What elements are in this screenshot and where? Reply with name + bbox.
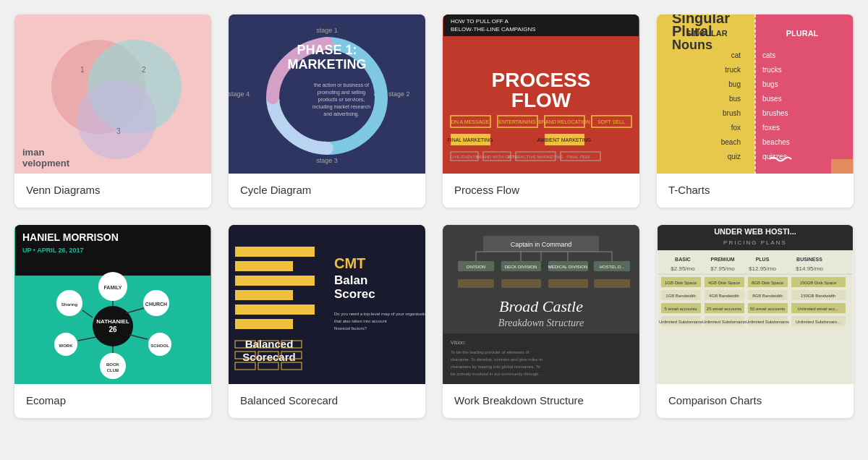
svg-text:bug: bug xyxy=(728,80,741,88)
card-t-charts[interactable]: SINGULAR PLURAL cat truck bug bus brush … xyxy=(657,14,854,208)
svg-rect-146 xyxy=(501,279,541,288)
svg-text:Broad Castle: Broad Castle xyxy=(499,297,583,315)
svg-text:Nouns: Nouns xyxy=(672,38,712,52)
svg-text:8GB Disk Space: 8GB Disk Space xyxy=(752,281,784,285)
svg-text:Scorec: Scorec xyxy=(334,287,375,301)
svg-text:Unlimited Subdomain...: Unlimited Subdomain... xyxy=(796,320,841,324)
svg-text:Scorecard: Scorecard xyxy=(242,351,295,363)
svg-rect-53 xyxy=(755,14,853,174)
svg-text:MARKETING: MARKETING xyxy=(288,57,367,72)
svg-text:1GB Disk Space: 1GB Disk Space xyxy=(665,281,697,285)
svg-text:WORK: WORK xyxy=(59,344,74,348)
thumbnail-process: HOW TO PULL OFF A BELOW-THE-LINE CAMPAIG… xyxy=(443,14,639,174)
svg-text:BRAND RELOCATION: BRAND RELOCATION xyxy=(538,119,590,124)
card-label-wbs: Work Breakdown Structure xyxy=(443,384,639,418)
svg-text:FAMILY: FAMILY xyxy=(103,285,122,290)
svg-text:BOOK: BOOK xyxy=(106,362,120,367)
svg-text:beach: beach xyxy=(721,138,741,146)
svg-text:PREMIUM: PREMIUM xyxy=(710,257,734,262)
svg-text:beaches: beaches xyxy=(762,138,790,146)
card-label-process: Process Flow xyxy=(443,174,639,208)
svg-text:products or services,: products or services, xyxy=(318,97,365,103)
svg-text:brushes: brushes xyxy=(762,109,788,117)
svg-text:SCHOOL: SCHOOL xyxy=(150,344,169,348)
svg-text:characters by tapping into glo: characters by tapping into global resour… xyxy=(451,365,541,369)
svg-text:BASIC: BASIC xyxy=(675,257,691,262)
svg-text:SOFT SELL: SOFT SELL xyxy=(597,119,625,124)
card-ecomap[interactable]: HANIEL MORRISON UP • APRIL 26, 2017 NATH… xyxy=(14,225,211,418)
svg-rect-148 xyxy=(594,279,630,288)
svg-text:PLUS: PLUS xyxy=(756,257,770,262)
card-label-comparison: Comparison Charts xyxy=(657,384,854,418)
svg-text:UNDER WEB HOSTI...: UNDER WEB HOSTI... xyxy=(714,227,796,236)
svg-text:PLURAL: PLURAL xyxy=(786,29,819,38)
svg-text:stage 4: stage 4 xyxy=(229,90,250,98)
svg-text:CMT: CMT xyxy=(334,255,365,271)
svg-text:Unlimited Subdomains: Unlimited Subdomains xyxy=(746,320,789,324)
svg-text:Unlimited email acc...: Unlimited email acc... xyxy=(797,307,838,311)
svg-text:bugs: bugs xyxy=(762,80,778,88)
svg-text:DECK DIVISION: DECK DIVISION xyxy=(505,265,537,269)
svg-text:Sharing: Sharing xyxy=(61,302,78,307)
svg-text:1GB Bandwidth: 1GB Bandwidth xyxy=(665,294,696,298)
card-process-flow[interactable]: HOW TO PULL OFF A BELOW-THE-LINE CAMPAIG… xyxy=(443,14,639,208)
svg-text:To be the leading provider of : To be the leading provider of elements o… xyxy=(451,350,529,354)
svg-text:NATHANIEL: NATHANIEL xyxy=(96,318,129,325)
svg-text:promoting and selling: promoting and selling xyxy=(318,90,366,95)
svg-text:PHASE 1:: PHASE 1: xyxy=(297,43,357,57)
svg-text:50 email accounts: 50 email accounts xyxy=(750,307,785,311)
svg-text:1: 1 xyxy=(80,66,85,74)
card-grid: 1 2 3 iman velopment Venn Diagrams xyxy=(14,14,854,418)
svg-text:character. To develop, connect: character. To develop, connect and give … xyxy=(451,357,543,362)
thumbnail-cycle: stage 1 stage 2 stage 3 stage 4 PHASE 1:… xyxy=(229,14,425,174)
card-balanced-scorecard[interactable]: CMT Balan Scorec Balanced Scorecard Do y… xyxy=(229,225,425,418)
svg-text:Do you need a top-level map of: Do you need a top-level map of your orga… xyxy=(334,312,425,316)
svg-rect-145 xyxy=(458,279,494,288)
svg-text:ON A MESSAGE: ON A MESSAGE xyxy=(451,119,490,124)
svg-text:LIVE EVENTS: LIVE EVENTS xyxy=(451,155,479,159)
svg-text:$14.95/mo: $14.95/mo xyxy=(796,265,823,272)
svg-text:truck: truck xyxy=(725,66,741,74)
svg-text:150GB Bandwidth: 150GB Bandwidth xyxy=(801,294,835,298)
svg-rect-106 xyxy=(235,261,293,271)
svg-text:MEDICAL DIVISION: MEDICAL DIVISION xyxy=(548,265,587,269)
card-work-breakdown[interactable]: Captain in Command DIVISION DECK DIVISIO… xyxy=(443,225,639,418)
svg-marker-77 xyxy=(831,159,853,174)
svg-text:PRICING PLANS: PRICING PLANS xyxy=(723,239,787,246)
svg-rect-147 xyxy=(548,279,588,288)
svg-text:the action or business of: the action or business of xyxy=(314,82,369,88)
svg-text:HANIEL MORRISON: HANIEL MORRISON xyxy=(22,231,119,243)
svg-text:Plural: Plural xyxy=(672,23,712,39)
svg-point-3 xyxy=(77,80,156,159)
svg-text:FLOW: FLOW xyxy=(511,89,571,111)
card-label-tchart: T-Charts xyxy=(657,174,854,208)
svg-text:4GB Disk Space: 4GB Disk Space xyxy=(708,281,741,285)
svg-text:BELOW-THE-LINE CAMPAIGNS: BELOW-THE-LINE CAMPAIGNS xyxy=(451,26,536,33)
svg-text:Captain in Command: Captain in Command xyxy=(511,241,572,248)
thumbnail-venn: 1 2 3 iman velopment xyxy=(14,14,211,174)
svg-text:brush: brush xyxy=(723,109,741,117)
svg-text:including market research: including market research xyxy=(312,104,370,110)
svg-text:HOW TO PULL OFF A: HOW TO PULL OFF A xyxy=(451,18,509,25)
svg-text:CHURCH: CHURCH xyxy=(145,302,167,307)
svg-text:2: 2 xyxy=(142,66,146,74)
svg-text:Unlimited Subdomains: Unlimited Subdomains xyxy=(702,320,746,324)
card-label-balanced: Balanced Scorecard xyxy=(229,384,425,418)
svg-text:HOSTEL D...: HOSTEL D... xyxy=(600,265,625,269)
svg-text:stage 2: stage 2 xyxy=(388,90,410,98)
svg-text:3: 3 xyxy=(116,127,121,135)
card-venn-diagrams[interactable]: 1 2 3 iman velopment Venn Diagrams xyxy=(14,14,211,208)
svg-text:$7.95/mo: $7.95/mo xyxy=(710,265,735,272)
svg-text:stage 3: stage 3 xyxy=(316,157,338,164)
svg-rect-105 xyxy=(235,247,315,257)
card-cycle-diagram[interactable]: stage 1 stage 2 stage 3 stage 4 PHASE 1:… xyxy=(229,14,425,208)
svg-text:cat: cat xyxy=(731,51,741,59)
svg-text:BUSINESS: BUSINESS xyxy=(796,257,822,262)
svg-text:26: 26 xyxy=(109,325,117,333)
svg-text:iman: iman xyxy=(22,147,44,158)
card-comparison-charts[interactable]: UNDER WEB HOSTI... PRICING PLANS BASIC P… xyxy=(657,225,854,418)
svg-text:foxes: foxes xyxy=(762,124,780,132)
svg-text:trucks: trucks xyxy=(762,66,782,74)
svg-text:that also takes into account: that also takes into account xyxy=(334,319,387,323)
svg-text:Unlimited Subdomains: Unlimited Subdomains xyxy=(659,320,702,324)
